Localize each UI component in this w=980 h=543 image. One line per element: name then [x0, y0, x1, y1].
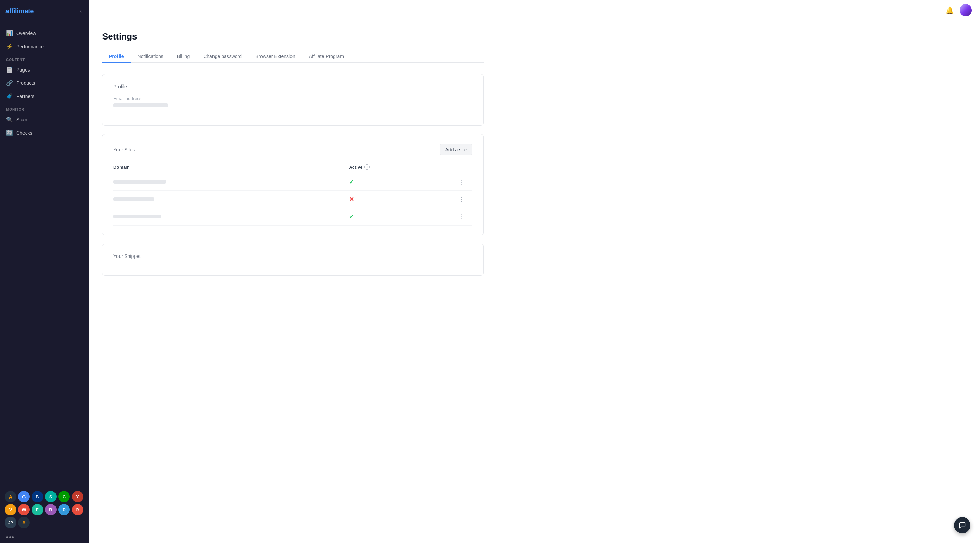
domain-placeholder — [113, 215, 161, 218]
products-icon: 🔗 — [6, 80, 13, 86]
snippet-card: Your Snippet — [102, 244, 484, 275]
actions-cell — [459, 208, 472, 226]
main-content: 🔔 Settings Profile Notifications Billing… — [89, 0, 980, 543]
sites-card: Your Sites Add a site Domain Active i — [102, 134, 484, 236]
actions-cell — [459, 174, 472, 191]
domain-cell — [113, 208, 329, 226]
sidebar-item-products[interactable]: 🔗 Products — [0, 76, 89, 89]
partner-icon-p9[interactable]: A — [18, 517, 30, 529]
active-cell: ✓ — [329, 208, 459, 226]
avatar-image — [959, 4, 972, 16]
sites-table: Domain Active i — [113, 161, 472, 226]
row-more-menu-button[interactable] — [459, 196, 464, 203]
settings-tabs: Profile Notifications Billing Change pas… — [102, 50, 484, 63]
active-checkmark: ✓ — [349, 178, 354, 185]
checks-icon: 🔄 — [6, 129, 13, 136]
sidebar-label-overview: Overview — [16, 31, 36, 36]
notifications-bell[interactable]: 🔔 — [946, 6, 954, 14]
section-label-monitor: MONITOR — [0, 103, 89, 113]
partner-icon-cj[interactable]: C — [58, 491, 70, 502]
pages-icon: 📄 — [6, 67, 13, 73]
scan-icon: 🔍 — [6, 116, 13, 123]
partner-icon-amazon[interactable]: A — [5, 491, 16, 502]
section-label-content: CONTENT — [0, 53, 89, 63]
table-row: ✕ — [113, 191, 472, 208]
page-container: Settings Profile Notifications Billing C… — [89, 21, 497, 295]
row-more-menu-button[interactable] — [459, 179, 464, 185]
overview-icon: 📊 — [6, 30, 13, 37]
sidebar-label-checks: Checks — [16, 130, 32, 135]
logo-text-accent: mate — [18, 7, 34, 14]
sidebar-nav: 📊 Overview ⚡ Performance CONTENT 📄 Pages… — [0, 22, 89, 487]
partner-icon-p4[interactable]: F — [32, 504, 43, 515]
partner-icon-p5[interactable]: R — [45, 504, 57, 515]
partners-icon: 🧳 — [6, 93, 13, 99]
partner-icon-google[interactable]: G — [18, 491, 30, 502]
chat-icon — [959, 522, 966, 529]
email-form-group: Email address — [113, 96, 472, 110]
email-label: Email address — [113, 96, 472, 101]
snippet-section-title: Your Snippet — [113, 253, 472, 259]
row-more-menu-button[interactable] — [459, 213, 464, 220]
active-checkmark: ✓ — [349, 213, 354, 220]
page-title: Settings — [102, 31, 484, 42]
sidebar-item-overview[interactable]: 📊 Overview — [0, 27, 89, 40]
actions-cell — [459, 191, 472, 208]
user-avatar[interactable] — [959, 4, 972, 16]
profile-section-title: Profile — [113, 84, 472, 89]
active-info-icon[interactable]: i — [364, 164, 370, 170]
col-header-active: Active i — [329, 161, 459, 174]
performance-icon: ⚡ — [6, 43, 13, 50]
active-cell: ✕ — [329, 191, 459, 208]
chat-fab-button[interactable] — [954, 517, 970, 533]
more-partners-button[interactable]: ••• — [0, 532, 89, 543]
col-header-actions — [459, 161, 472, 174]
active-label: Active — [349, 164, 362, 170]
tab-billing[interactable]: Billing — [170, 50, 196, 63]
partner-icon-p3[interactable]: W — [18, 504, 30, 515]
sidebar-item-checks[interactable]: 🔄 Checks — [0, 126, 89, 139]
partner-icon-p1[interactable]: Y — [72, 491, 83, 502]
sidebar-label-products: Products — [16, 80, 35, 86]
active-cell: ✓ — [329, 174, 459, 191]
sidebar-collapse-button[interactable]: ‹ — [78, 6, 83, 16]
email-value-placeholder — [113, 103, 168, 107]
partner-icon-booking[interactable]: B — [32, 491, 43, 502]
col-header-domain: Domain — [113, 161, 329, 174]
tab-browser-extension[interactable]: Browser Extension — [248, 50, 302, 63]
tab-change-password[interactable]: Change password — [196, 50, 248, 63]
sidebar-label-pages: Pages — [16, 67, 30, 73]
partner-icon-p8[interactable]: JP — [5, 517, 16, 529]
sidebar-item-partners[interactable]: 🧳 Partners — [0, 89, 89, 103]
sidebar-label-scan: Scan — [16, 117, 27, 122]
domain-cell — [113, 191, 329, 208]
partner-icon-skimlinks[interactable]: S — [45, 491, 57, 502]
topbar: 🔔 — [89, 0, 980, 21]
sidebar-item-pages[interactable]: 📄 Pages — [0, 63, 89, 76]
domain-placeholder — [113, 180, 166, 184]
sidebar-item-performance[interactable]: ⚡ Performance — [0, 40, 89, 53]
sidebar-label-partners: Partners — [16, 94, 34, 99]
sites-header: Your Sites Add a site — [113, 144, 472, 155]
tab-profile[interactable]: Profile — [102, 50, 131, 63]
sidebar-item-scan[interactable]: 🔍 Scan — [0, 113, 89, 126]
inactive-cross: ✕ — [349, 196, 354, 203]
tab-notifications[interactable]: Notifications — [131, 50, 170, 63]
domain-cell — [113, 174, 329, 191]
sidebar: affilimate ‹ 📊 Overview ⚡ Performance CO… — [0, 0, 89, 543]
table-row: ✓ — [113, 208, 472, 226]
profile-card: Profile Email address — [102, 74, 484, 126]
tab-affiliate-program[interactable]: Affiliate Program — [302, 50, 351, 63]
partner-icon-p7[interactable]: R — [72, 504, 83, 515]
domain-placeholder — [113, 197, 154, 201]
partner-icon-p2[interactable]: V — [5, 504, 16, 515]
sidebar-header: affilimate ‹ — [0, 0, 89, 22]
partner-icon-p6[interactable]: P — [58, 504, 70, 515]
logo: affilimate — [5, 7, 34, 15]
add-site-button[interactable]: Add a site — [440, 144, 472, 155]
sidebar-label-performance: Performance — [16, 44, 44, 49]
content-area: Settings Profile Notifications Billing C… — [89, 21, 980, 543]
table-row: ✓ — [113, 174, 472, 191]
partner-icons-grid: A G B S C Y V W F R P R JP A — [0, 487, 89, 532]
sites-section-title: Your Sites — [113, 147, 135, 152]
